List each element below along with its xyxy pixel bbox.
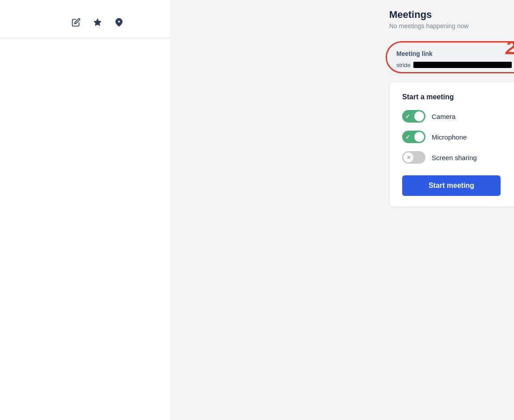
screen-sharing-x-icon: ✕ (407, 155, 411, 161)
meeting-link-label: Meeting link (396, 50, 514, 57)
microphone-toggle[interactable]: ✓ (402, 131, 425, 143)
meetings-subtitle: No meetings happening now (389, 22, 514, 30)
screen-sharing-toggle-thumb: ✕ (404, 153, 413, 162)
microphone-toggle-track[interactable]: ✓ (402, 131, 425, 143)
screen-sharing-toggle-row: ✕ Screen sharing (402, 151, 514, 164)
meetings-title: Meetings (389, 9, 514, 21)
screen-sharing-toggle[interactable]: ✕ (402, 151, 425, 164)
start-meeting-title: Start a meeting (402, 93, 514, 101)
camera-label: Camera (432, 113, 455, 120)
main-content: Meetings No meetings happening now 2 Mee… (170, 0, 514, 420)
microphone-toggle-thumb (414, 132, 424, 142)
star-icon[interactable] (93, 18, 102, 29)
camera-toggle-track[interactable]: ✓ (402, 110, 425, 123)
meeting-link-prefix: stride (396, 62, 411, 68)
meetings-header: Meetings No meetings happening now (389, 0, 514, 37)
meetings-section: Meetings No meetings happening now 2 Mee… (389, 0, 514, 420)
start-meeting-panel: Start a meeting ✓ Camera ✓ (389, 82, 514, 207)
start-meeting-button[interactable]: Start meeting (402, 175, 501, 196)
toolbar (0, 0, 170, 38)
microphone-label: Microphone (432, 133, 467, 141)
pin-icon[interactable] (115, 18, 123, 29)
camera-toggle-thumb (414, 111, 424, 121)
edit-icon[interactable] (72, 18, 81, 29)
microphone-check-icon: ✓ (405, 134, 410, 140)
screen-sharing-toggle-track[interactable]: ✕ (402, 151, 425, 164)
screen-sharing-label: Screen sharing (432, 154, 477, 161)
microphone-toggle-row: ✓ Microphone (402, 131, 514, 143)
meeting-link-value: stride (396, 61, 512, 69)
camera-toggle[interactable]: ✓ (402, 110, 425, 123)
svg-point-1 (118, 21, 120, 23)
meeting-link-row: stride (396, 59, 514, 70)
camera-check-icon: ✓ (405, 113, 410, 120)
svg-marker-0 (94, 19, 102, 26)
meeting-link-box: 2 Meeting link stride (389, 44, 514, 76)
camera-toggle-row: ✓ Camera (402, 110, 514, 123)
meeting-link-masked (413, 62, 512, 68)
